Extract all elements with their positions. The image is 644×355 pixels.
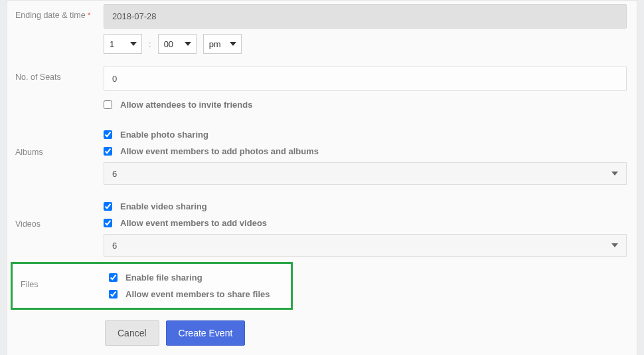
allow-video-label: Allow event members to add videos: [120, 218, 267, 228]
ending-hour-select[interactable]: 1: [104, 34, 142, 54]
enable-file-checkbox[interactable]: [109, 273, 118, 282]
videos-select[interactable]: 6: [104, 234, 627, 257]
allow-file-checkbox[interactable]: [109, 290, 118, 298]
videos-label: Videos: [7, 198, 104, 229]
enable-photo-checkbox[interactable]: [104, 130, 112, 139]
allow-invite-label: Allow attendees to invite friends: [120, 100, 252, 110]
allow-file-label: Allow event members to share files: [125, 289, 270, 299]
cancel-button[interactable]: Cancel: [105, 320, 159, 346]
ending-date-label: Ending date & time *: [7, 4, 104, 20]
enable-file-label: Enable file sharing: [125, 273, 202, 283]
ending-date-field[interactable]: 2018-07-28: [104, 4, 627, 29]
ending-minute-select[interactable]: 00: [158, 34, 197, 54]
ending-ampm-select[interactable]: pm: [203, 34, 242, 54]
time-separator: :: [149, 39, 151, 49]
seats-label: No. of Seats: [7, 66, 104, 82]
albums-select[interactable]: 6: [104, 162, 627, 185]
enable-photo-label: Enable photo sharing: [120, 130, 208, 140]
allow-photo-label: Allow event members to add photos and al…: [120, 146, 319, 156]
enable-video-label: Enable video sharing: [120, 201, 207, 211]
files-label: Files: [13, 269, 109, 302]
allow-photo-checkbox[interactable]: [104, 147, 112, 156]
albums-label: Albums: [7, 126, 104, 157]
seats-input[interactable]: [104, 66, 627, 91]
enable-video-checkbox[interactable]: [104, 202, 112, 211]
allow-invite-checkbox[interactable]: [104, 100, 112, 109]
allow-video-checkbox[interactable]: [104, 219, 112, 227]
create-event-button[interactable]: Create Event: [166, 320, 246, 346]
